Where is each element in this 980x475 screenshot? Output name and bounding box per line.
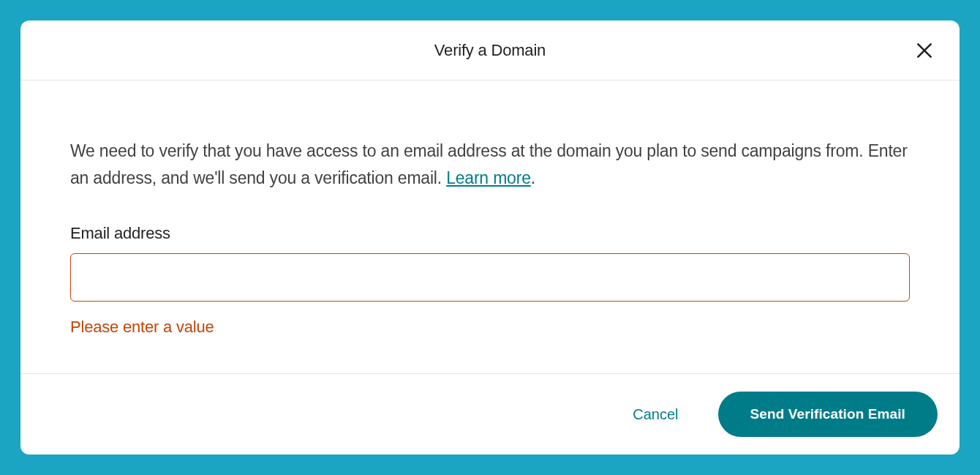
email-field[interactable] <box>70 253 910 302</box>
description-period: . <box>531 168 535 187</box>
send-verification-button[interactable]: Send Verification Email <box>718 392 938 437</box>
cancel-button[interactable]: Cancel <box>621 399 690 430</box>
modal-footer: Cancel Send Verification Email <box>20 373 960 455</box>
close-button[interactable] <box>910 36 939 65</box>
close-icon <box>915 41 934 60</box>
learn-more-link[interactable]: Learn more <box>446 168 531 187</box>
email-label: Email address <box>70 224 910 243</box>
modal-title: Verify a Domain <box>434 41 546 60</box>
modal-body: We need to verify that you have access t… <box>20 81 960 373</box>
email-error-message: Please enter a value <box>70 318 910 337</box>
modal-header: Verify a Domain <box>20 20 960 81</box>
verify-domain-modal: Verify a Domain We need to verify that y… <box>20 20 960 455</box>
description-text: We need to verify that you have access t… <box>70 138 910 192</box>
